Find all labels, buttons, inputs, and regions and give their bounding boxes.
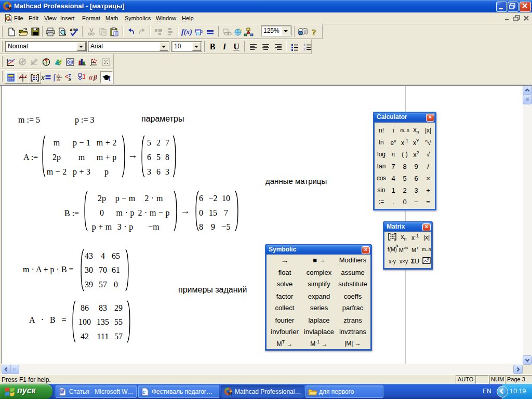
svg-text:α: α <box>89 73 93 81</box>
svg-text:x: x <box>41 73 45 82</box>
svg-text:∫: ∫ <box>53 73 56 82</box>
svg-text:2: 2 <box>303 47 305 51</box>
svg-text:<: < <box>65 73 68 79</box>
svg-text:M: M <box>228 392 232 396</box>
svg-text:M: M <box>8 18 11 21</box>
svg-text:M: M <box>7 6 12 11</box>
svg-text:≥: ≥ <box>69 77 71 82</box>
svg-text:e: e <box>142 389 145 395</box>
svg-text:1: 1 <box>303 43 305 47</box>
svg-text:f(x): f(x) <box>181 28 192 36</box>
svg-text:W: W <box>61 390 64 393</box>
svg-text:dx: dx <box>57 77 61 82</box>
svg-text:?: ? <box>312 28 316 36</box>
svg-text:β: β <box>93 73 97 81</box>
